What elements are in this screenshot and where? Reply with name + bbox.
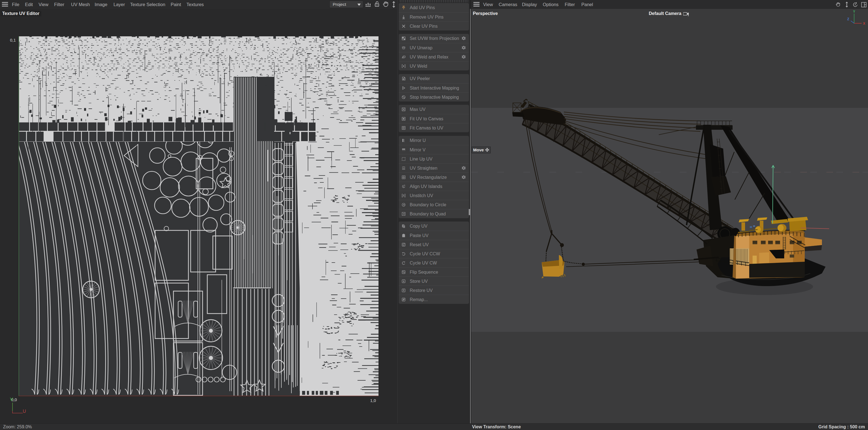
svg-text:X: X (863, 22, 865, 26)
svg-text:Z: Z (847, 17, 849, 21)
svg-text:Y: Y (853, 10, 855, 13)
